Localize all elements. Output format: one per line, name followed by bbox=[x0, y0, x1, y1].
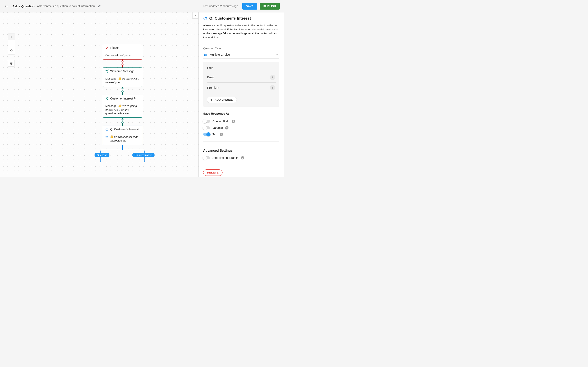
node-trigger-title: Trigger bbox=[110, 46, 119, 49]
help-icon[interactable]: ? bbox=[225, 126, 228, 129]
chevron-right-icon bbox=[194, 14, 197, 17]
hand-icon bbox=[9, 62, 13, 65]
node-premium-title: Customer Interest Premi… bbox=[110, 97, 140, 100]
toggle-tag[interactable] bbox=[203, 133, 210, 136]
question-icon bbox=[203, 16, 207, 20]
add-node-button[interactable]: + bbox=[121, 61, 124, 65]
plus-icon bbox=[10, 35, 13, 39]
toggle-timeout-row: Add Timeout Branch ? bbox=[203, 155, 279, 161]
svg-point-14 bbox=[204, 54, 205, 54]
question-type-label: Question Type bbox=[203, 47, 279, 50]
node-welcome-title: Welcome Message bbox=[110, 69, 135, 73]
trash-icon bbox=[271, 86, 274, 89]
toggle-contact-field-label: Contact Field bbox=[213, 120, 229, 123]
toggle-tag-label: Tag bbox=[213, 133, 217, 136]
back-button[interactable] bbox=[4, 4, 9, 8]
connector: + bbox=[122, 87, 123, 94]
zoom-in-button[interactable] bbox=[8, 33, 15, 40]
choice-row[interactable]: Basic bbox=[207, 72, 276, 83]
edit-title-button[interactable] bbox=[98, 4, 101, 8]
connector: + bbox=[122, 118, 123, 124]
pencil-icon bbox=[98, 4, 101, 8]
add-choice-button[interactable]: ADD CHOICE bbox=[207, 97, 237, 103]
fit-view-button[interactable] bbox=[8, 47, 15, 54]
connector: + bbox=[122, 59, 123, 66]
choice-label: Free bbox=[207, 66, 213, 69]
node-welcome-message[interactable]: Welcome Message Message: 👋 Hi there! Nic… bbox=[103, 67, 142, 87]
send-icon bbox=[105, 69, 109, 73]
choices-list: Free Basic Premium ADD CHOICE bbox=[203, 62, 279, 107]
panel-title-row: Q: Customer's Interest bbox=[203, 16, 279, 21]
node-trigger[interactable]: Trigger Conversation Opened bbox=[103, 44, 142, 59]
delete-choice-button[interactable] bbox=[270, 85, 275, 90]
connector bbox=[144, 158, 145, 161]
zoom-controls bbox=[8, 33, 15, 54]
help-icon[interactable]: ? bbox=[241, 156, 244, 159]
last-updated-text: Last updated 2 minutes ago bbox=[203, 4, 238, 8]
divider bbox=[203, 165, 279, 165]
workflow-canvas[interactable]: Trigger Conversation Opened + Welcome Me… bbox=[0, 12, 199, 177]
crosshair-icon bbox=[10, 49, 13, 52]
choice-row[interactable]: Premium bbox=[207, 83, 276, 93]
toggle-contact-field-row: Contact Field ? bbox=[203, 118, 279, 125]
add-choice-label: ADD CHOICE bbox=[215, 98, 233, 101]
delete-node-button[interactable]: DELETE bbox=[203, 169, 223, 176]
connector bbox=[122, 145, 123, 150]
page-title: Ask a Question bbox=[12, 4, 35, 8]
choice-label: Premium bbox=[207, 86, 219, 89]
message-label: Message: bbox=[105, 77, 117, 80]
toggle-timeout-branch[interactable] bbox=[203, 156, 210, 159]
toggle-side-panel-button[interactable] bbox=[192, 12, 199, 18]
divider bbox=[203, 141, 279, 142]
svg-point-10 bbox=[205, 19, 205, 19]
send-icon bbox=[105, 97, 109, 100]
node-customer-interest-premium[interactable]: Customer Interest Premi… Message: 👋 We'r… bbox=[103, 95, 142, 118]
zoom-out-button[interactable] bbox=[8, 40, 15, 47]
choice-row[interactable]: Free bbox=[207, 66, 276, 72]
chevron-down-icon bbox=[276, 53, 278, 57]
workflow-nodes: Trigger Conversation Opened + Welcome Me… bbox=[88, 44, 157, 162]
branch-failure-pill[interactable]: Failure: Invalid bbox=[132, 153, 155, 157]
node-question-title: Q: Customer's Interest bbox=[110, 128, 139, 131]
publish-button[interactable]: PUBLISH bbox=[260, 3, 280, 9]
node-trigger-body: Conversation Opened bbox=[103, 51, 142, 59]
toggle-variable[interactable] bbox=[203, 126, 210, 129]
connector bbox=[100, 158, 101, 161]
branch-success-pill[interactable]: Success bbox=[95, 153, 109, 157]
connector bbox=[122, 94, 123, 95]
add-node-button[interactable]: + bbox=[121, 119, 124, 123]
add-node-button[interactable]: + bbox=[121, 88, 124, 92]
choice-label: Basic bbox=[207, 76, 214, 79]
panel-description: Allows a specific question to be sent to… bbox=[203, 24, 279, 43]
toggle-contact-field[interactable] bbox=[203, 120, 210, 123]
toggle-variable-row: Variable ? bbox=[203, 125, 279, 131]
svg-point-15 bbox=[204, 55, 205, 55]
svg-point-16 bbox=[204, 55, 205, 56]
list-icon bbox=[105, 135, 109, 138]
toggle-tag-row: Tag ? bbox=[203, 131, 279, 138]
svg-point-6 bbox=[106, 136, 106, 136]
toggle-timeout-label: Add Timeout Branch bbox=[213, 156, 238, 159]
save-button[interactable]: SAVE bbox=[242, 3, 257, 9]
question-type-select[interactable]: Multiple Choice bbox=[203, 52, 279, 58]
list-icon bbox=[204, 53, 208, 57]
trash-icon bbox=[271, 76, 274, 79]
panel-title: Q: Customer's Interest bbox=[209, 16, 251, 21]
delete-choice-button[interactable] bbox=[270, 75, 275, 80]
question-type-value: Multiple Choice bbox=[210, 53, 230, 56]
help-icon[interactable]: ? bbox=[220, 133, 223, 136]
pan-tool-button[interactable] bbox=[8, 60, 15, 67]
help-icon[interactable]: ? bbox=[232, 120, 235, 123]
svg-point-0 bbox=[10, 50, 12, 52]
advanced-settings-label: Advanced Settings bbox=[203, 146, 279, 152]
question-icon bbox=[105, 128, 109, 131]
node-question-text: 👋 Which plan are you interested in? bbox=[110, 135, 140, 142]
trigger-icon bbox=[105, 46, 108, 49]
node-question-customers-interest[interactable]: Q: Customer's Interest 👋 Which plan are … bbox=[103, 125, 142, 145]
minus-icon bbox=[10, 42, 13, 45]
save-response-as-label: Save Response As bbox=[203, 112, 279, 115]
app-header: Ask a Question Ask Contacts a question t… bbox=[0, 0, 284, 12]
svg-point-7 bbox=[106, 137, 106, 137]
node-settings-panel: Q: Customer's Interest Allows a specific… bbox=[199, 12, 284, 177]
page-subtitle: Ask Contacts a question to collect infor… bbox=[37, 4, 95, 8]
